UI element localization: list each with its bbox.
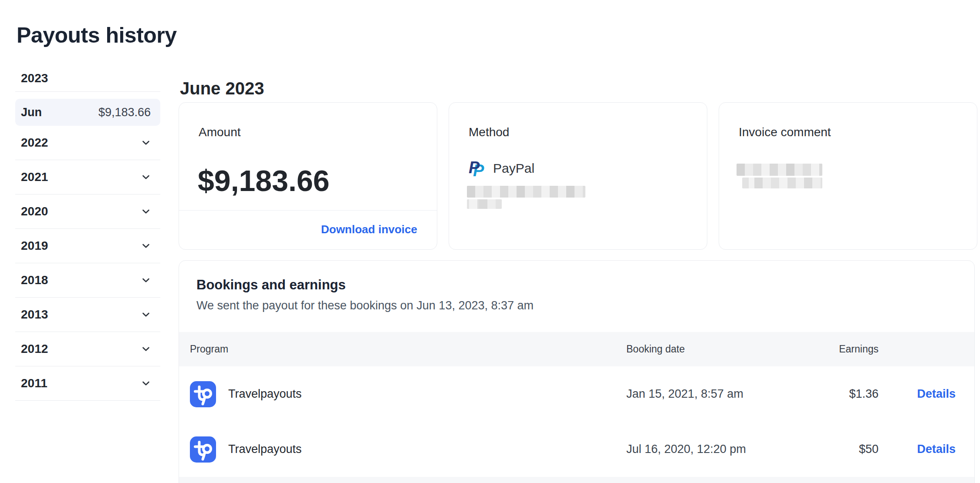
sidebar-year-2022[interactable]: 2022 [15, 126, 160, 160]
bookings-section-title: Bookings and earnings [196, 277, 346, 293]
chevron-down-icon [140, 171, 152, 183]
payout-summary-cards: Amount $9,183.66 Download invoice Method… [179, 102, 977, 250]
year-label: 2019 [21, 239, 48, 253]
program-cell: Travelpayouts [179, 381, 626, 407]
details-link[interactable]: Details [917, 387, 956, 400]
travelpayouts-logo-icon [190, 381, 216, 407]
table-row: Travelpayouts Jan 15, 2021, 8:57 am $1.3… [179, 366, 974, 422]
earnings-cell: $1.36 [783, 387, 879, 401]
sidebar-year-2011[interactable]: 2011 [15, 366, 160, 401]
sidebar-year-2020[interactable]: 2020 [15, 195, 160, 229]
program-cell: Travelpayouts [179, 436, 626, 463]
column-header-earnings: Earnings [783, 343, 879, 355]
sidebar-year-2019[interactable]: 2019 [15, 229, 160, 263]
payout-amount-value: $9,183.66 [198, 164, 330, 198]
redacted-comment-line-2 [742, 178, 822, 188]
download-invoice-link[interactable]: Download invoice [321, 223, 417, 236]
travelpayouts-logo-icon [190, 436, 216, 463]
details-link[interactable]: Details [917, 443, 956, 456]
column-header-program: Program [179, 343, 626, 355]
next-table-header-cutoff [179, 477, 974, 483]
invoice-comment-card: Invoice comment [719, 102, 977, 250]
month-label: Jun [21, 106, 42, 119]
chevron-down-icon [140, 137, 152, 148]
year-label: 2013 [21, 308, 48, 322]
chevron-down-icon [140, 275, 152, 286]
redacted-account-line-2 [467, 199, 502, 209]
payment-method: P P PayPal [469, 158, 534, 179]
month-amount: $9,183.66 [98, 106, 151, 119]
redacted-comment-line-1 [737, 164, 822, 176]
svg-text:P: P [469, 158, 480, 177]
payout-years-sidebar: 2023 Jun $9,183.66 2022 2021 2020 2019 2… [15, 65, 160, 401]
year-label: 2011 [21, 376, 47, 390]
sidebar-year-2021[interactable]: 2021 [15, 160, 160, 195]
year-label: 2020 [21, 205, 48, 218]
method-card: Method P P PayPal [449, 102, 707, 250]
bookings-table-header: Program Booking date Earnings [179, 332, 974, 366]
program-name: Travelpayouts [228, 443, 302, 456]
chevron-down-icon [140, 378, 152, 389]
page-title: Payouts history [17, 23, 177, 48]
sidebar-year-2012[interactable]: 2012 [15, 332, 160, 366]
invoice-comment-label: Invoice comment [739, 125, 831, 139]
sidebar-year-2018[interactable]: 2018 [15, 263, 160, 298]
year-label: 2018 [21, 273, 48, 287]
action-cell: Details [879, 443, 974, 456]
earnings-cell: $50 [783, 443, 879, 456]
year-label: 2021 [21, 170, 48, 184]
sidebar-year-2023-expanded[interactable]: 2023 [15, 65, 160, 92]
booking-date-cell: Jul 16, 2020, 12:20 pm [626, 443, 783, 456]
year-label: 2022 [21, 136, 48, 150]
sidebar-month-jun-selected[interactable]: Jun $9,183.66 [15, 99, 160, 126]
payment-provider-name: PayPal [493, 161, 534, 176]
booking-date-cell: Jan 15, 2021, 8:57 am [626, 387, 783, 401]
amount-card-label: Amount [199, 125, 241, 139]
sidebar-year-2013[interactable]: 2013 [15, 298, 160, 332]
method-card-label: Method [469, 125, 509, 139]
bookings-section-subtitle: We sent the payout for these bookings on… [196, 299, 534, 312]
paypal-icon: P P [469, 158, 487, 179]
chevron-down-icon [140, 309, 152, 320]
chevron-down-icon [140, 206, 152, 217]
payouts-history-page: { "page": { "title": "Payouts history" }… [0, 0, 980, 483]
month-heading: June 2023 [180, 79, 264, 98]
action-cell: Details [879, 387, 974, 401]
year-label: 2012 [21, 342, 48, 356]
chevron-down-icon [140, 240, 152, 252]
column-header-booking-date: Booking date [626, 343, 783, 355]
chevron-down-icon [140, 343, 152, 355]
redacted-account-line-1 [467, 186, 585, 198]
card-divider [179, 210, 437, 211]
table-row: Travelpayouts Jul 16, 2020, 12:20 pm $50… [179, 422, 974, 477]
year-label: 2023 [21, 71, 48, 85]
amount-card: Amount $9,183.66 Download invoice [179, 102, 437, 250]
program-name: Travelpayouts [228, 387, 302, 401]
bookings-and-earnings-card: Bookings and earnings We sent the payout… [179, 260, 975, 483]
